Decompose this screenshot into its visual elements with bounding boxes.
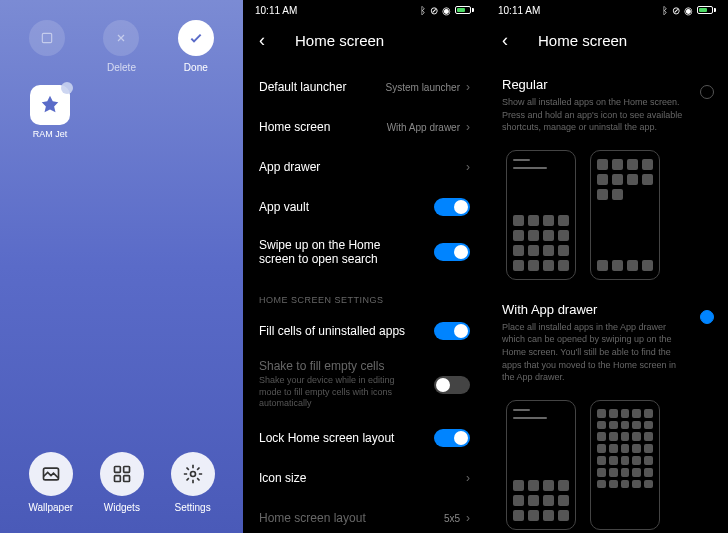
row-value: 5x5› (444, 511, 470, 525)
row-fill-cells[interactable]: Fill cells of uninstalled apps (243, 311, 486, 351)
svg-point-6 (190, 472, 195, 477)
option-regular[interactable]: Regular Show all installed apps on the H… (486, 67, 728, 138)
done-action[interactable]: Done (178, 20, 214, 73)
page-title: Home screen (538, 32, 627, 49)
settings-header: ‹ Home screen (486, 20, 728, 67)
status-time: 10:11 AM (498, 5, 540, 16)
home-screen-mode-select: 10:11 AM ᛒ ⊘ ◉ ‹ Home screen Regular Sho… (486, 0, 728, 533)
row-label: Lock Home screen layout (259, 431, 394, 445)
row-home-screen[interactable]: Home screen With App drawer› (243, 107, 486, 147)
regular-previews (486, 138, 728, 292)
top-actions: Delete Done (0, 0, 243, 83)
home-screen-settings: 10:11 AM ᛒ ⊘ ◉ ‹ Home screen Default lau… (243, 0, 486, 533)
row-swipe-up[interactable]: Swipe up on the Home screen to open sear… (243, 227, 486, 277)
row-app-drawer[interactable]: App drawer › (243, 147, 486, 187)
dnd-icon: ⊘ (430, 5, 438, 16)
svg-rect-3 (123, 467, 129, 473)
status-bar: 10:11 AM ᛒ ⊘ ◉ (243, 0, 486, 20)
check-icon (178, 20, 214, 56)
row-app-vault[interactable]: App vault (243, 187, 486, 227)
row-layout[interactable]: Home screen layout 5x5› (243, 498, 486, 533)
delete-action[interactable]: Delete (103, 20, 139, 73)
file-action[interactable] (29, 20, 65, 73)
phone-preview (506, 150, 576, 280)
back-button[interactable]: ‹ (502, 30, 508, 51)
row-label: Swipe up on the Home screen to open sear… (259, 238, 409, 266)
toggle-swipe-up[interactable] (434, 243, 470, 261)
file-icon (29, 20, 65, 56)
dnd-icon: ⊘ (672, 5, 680, 16)
page-title: Home screen (295, 32, 384, 49)
wifi-icon: ◉ (442, 5, 451, 16)
status-icons: ᛒ ⊘ ◉ (662, 5, 716, 16)
delete-label: Delete (107, 62, 136, 73)
status-icons: ᛒ ⊘ ◉ (420, 5, 474, 16)
bluetooth-icon: ᛒ (662, 5, 668, 16)
close-icon (103, 20, 139, 56)
settings-button[interactable]: Settings (171, 452, 215, 513)
row-default-launcher[interactable]: Default launcher System launcher› (243, 67, 486, 107)
svg-rect-2 (114, 467, 120, 473)
toggle-lock-layout[interactable] (434, 429, 470, 447)
widgets-button[interactable]: Widgets (100, 452, 144, 513)
settings-header: ‹ Home screen (243, 20, 486, 67)
widgets-icon (100, 452, 144, 496)
svg-rect-5 (123, 476, 129, 482)
row-label: App vault (259, 200, 309, 214)
chevron-right-icon: › (466, 120, 470, 134)
launcher-edit-screen: Delete Done RAM Jet Wallpaper Widgets (0, 0, 243, 533)
toggle-app-vault[interactable] (434, 198, 470, 216)
bluetooth-icon: ᛒ (420, 5, 426, 16)
row-lock-layout[interactable]: Lock Home screen layout (243, 418, 486, 458)
row-label: Default launcher (259, 80, 346, 94)
wifi-icon: ◉ (684, 5, 693, 16)
radio-with-drawer[interactable] (700, 310, 714, 324)
wallpaper-icon (29, 452, 73, 496)
svg-rect-0 (42, 33, 51, 42)
option-desc: Place all installed apps in the App draw… (502, 321, 712, 384)
option-desc: Show all installed apps on the Home scre… (502, 96, 712, 134)
bottom-actions: Wallpaper Widgets Settings (0, 452, 243, 513)
app-name-label: RAM Jet (33, 129, 68, 139)
row-value: System launcher› (386, 80, 470, 94)
option-with-drawer[interactable]: With App drawer Place all installed apps… (486, 292, 728, 388)
app-icon-ramjet[interactable]: RAM Jet (30, 85, 70, 139)
option-title: Regular (502, 77, 712, 92)
row-label: Icon size (259, 471, 306, 485)
row-label: App drawer (259, 160, 320, 174)
radio-regular[interactable] (700, 85, 714, 99)
row-value: With App drawer› (387, 120, 470, 134)
chevron-right-icon: › (466, 471, 470, 485)
toggle-fill-cells[interactable] (434, 322, 470, 340)
svg-rect-4 (114, 476, 120, 482)
drawer-previews (486, 388, 728, 533)
row-label: Shake to fill empty cells (259, 359, 409, 373)
section-header: HOME SCREEN SETTINGS (243, 277, 486, 311)
option-title: With App drawer (502, 302, 712, 317)
row-label: Home screen layout (259, 511, 366, 525)
row-label: Home screen (259, 120, 330, 134)
row-sublabel: Shake your device while in editing mode … (259, 375, 419, 410)
settings-label: Settings (175, 502, 211, 513)
battery-icon (455, 6, 474, 14)
back-button[interactable]: ‹ (259, 30, 265, 51)
gear-icon (171, 452, 215, 496)
battery-icon (697, 6, 716, 14)
chevron-right-icon: › (466, 80, 470, 94)
phone-preview (590, 150, 660, 280)
rocket-icon (30, 85, 70, 125)
phone-preview (590, 400, 660, 530)
row-shake: Shake to fill empty cells Shake your dev… (243, 351, 486, 418)
chevron-right-icon: › (466, 160, 470, 174)
row-icon-size[interactable]: Icon size › (243, 458, 486, 498)
widgets-label: Widgets (104, 502, 140, 513)
status-bar: 10:11 AM ᛒ ⊘ ◉ (486, 0, 728, 20)
phone-preview (506, 400, 576, 530)
done-label: Done (184, 62, 208, 73)
chevron-right-icon: › (466, 511, 470, 525)
wallpaper-label: Wallpaper (28, 502, 73, 513)
wallpaper-button[interactable]: Wallpaper (28, 452, 73, 513)
toggle-shake (434, 376, 470, 394)
row-label: Fill cells of uninstalled apps (259, 324, 405, 338)
status-time: 10:11 AM (255, 5, 297, 16)
